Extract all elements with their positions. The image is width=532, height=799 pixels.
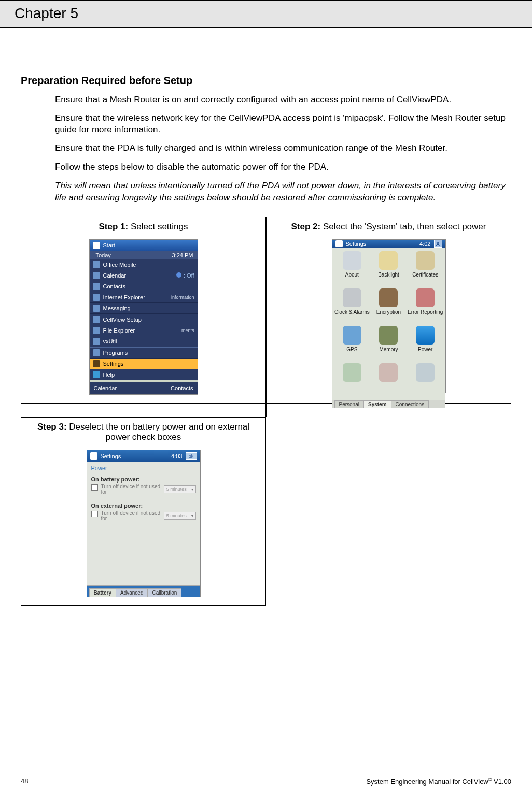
screenshot-step-2: Settings 4:02 X About Backlight Certific… [332,239,446,393]
step-3-cell: Step 3: Deselect the on battery power an… [21,417,266,606]
shot3-battery-text: Turn off device if not used for [101,484,161,495]
tab-connections: Connections [391,400,429,408]
page-number: 48 [21,777,28,786]
step-2-cell: Step 2: Select the 'System' tab, then se… [266,217,511,404]
chapter-header: Chapter 5 [0,0,532,28]
step-1-label: Step 1: Select settings [26,222,260,232]
screenshot-step-3: Settings 4:03 ok Power On battery power: [87,450,201,597]
tab-personal: Personal [334,400,364,408]
footer-right: System Engineering Manual for CellView© … [366,777,511,786]
checkbox-battery [91,484,98,491]
screenshot-step-1: Start Today 3:24 PM Office Mobile Calend… [89,239,198,395]
paragraph-4: Follow the steps below to disable the au… [55,161,511,173]
section-title: Preparation Required before Setup [21,75,511,87]
shot3-body: Power On battery power: Turn off device … [87,462,200,585]
shot3-battery-label: On battery power: [91,476,196,483]
tab-battery: Battery [89,588,116,597]
paragraph-3: Ensure that the PDA is fully charged and… [55,143,511,154]
empty-cell [266,417,511,606]
checkbox-external [91,511,98,517]
shot1-time-row: Today 3:24 PM [90,251,198,259]
shot3-battery-select: 5 minutes▾ [164,485,196,493]
tab-advanced: Advanced [116,588,148,597]
shot1-bottombar: Calendar Contacts [90,382,198,394]
shot2-tabbar: Personal System Connections [332,400,445,408]
shot2-titlebar: Settings 4:02 X [332,240,445,248]
shot3-external-label: On external power: [91,503,196,509]
shot1-menu: Office Mobile Calendar: Off Contacts Int… [90,259,198,382]
shot3-titlebar: Settings 4:03 ok [87,450,200,462]
tab-calibration: Calibration [147,588,181,597]
ok-button-icon: ok [186,452,197,460]
shot2-grid: About Backlight Certificates Clock & Ala… [332,248,445,400]
paragraph-2: Ensure that the wireless network key for… [55,113,511,135]
windows-icon [93,242,100,249]
shot3-header: Power [91,465,196,471]
windows-icon [90,452,97,460]
shot3-external-text: Turn off device if not used for [101,510,161,522]
page-footer: 48 System Engineering Manual for CellVie… [21,773,511,786]
close-icon: X [434,240,442,248]
shot3-tabbar: Battery Advanced Calibration [87,585,200,597]
shot3-external-select: 5 minutes▾ [164,512,196,520]
steps-table: Step 1: Select settings Start Today 3:24… [21,217,511,606]
shot1-titlebar: Start [90,240,198,251]
step-2-label: Step 2: Select the 'System' tab, then se… [272,222,506,232]
shot1-title: Start [103,242,115,249]
paragraph-1: Ensure that a Mesh Router is on and corr… [55,94,511,105]
tab-system: System [363,400,391,408]
step-3-label: Step 3: Deselect the on battery power an… [26,422,260,443]
step-1-cell: Step 1: Select settings Start Today 3:24… [21,217,266,404]
windows-icon [335,240,343,247]
paragraph-5-italic: This will mean that unless intentionally… [55,180,511,203]
